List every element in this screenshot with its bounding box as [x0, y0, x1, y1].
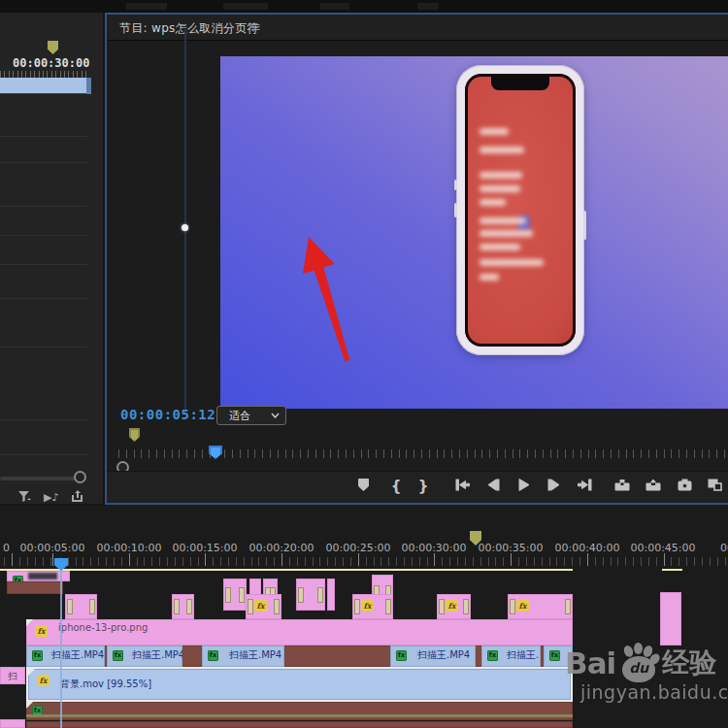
track-divider	[0, 136, 87, 137]
fx-badge-yellow: fx	[361, 600, 374, 612]
playhead-line[interactable]	[60, 558, 62, 728]
phone-button	[454, 180, 457, 190]
program-monitor-header[interactable]: 节目: wps怎么取消分页符 ≡	[107, 15, 728, 41]
baidu-paw-icon: du	[617, 643, 660, 683]
left-scrollbar[interactable]	[0, 477, 85, 480]
transport-bar: { }	[107, 471, 728, 503]
mark-out-button[interactable]: }	[412, 478, 435, 497]
phone-notch	[491, 77, 549, 90]
lift-button[interactable]	[611, 478, 634, 497]
export-frame-button[interactable]	[673, 478, 696, 497]
clip-label: 扫	[8, 670, 17, 683]
phone-screen	[465, 74, 576, 347]
clip-small-1[interactable]	[223, 579, 247, 611]
watermark-url: jingyan.baidu.com	[580, 681, 728, 703]
clip-v2-4[interactable]: fx	[352, 594, 393, 619]
phone-button	[583, 211, 586, 240]
go-to-in-button[interactable]	[450, 478, 474, 497]
fx-badge-yellow: fx	[37, 675, 50, 686]
clip-label: 扫描王.	[507, 648, 539, 662]
left-mini-clip[interactable]	[0, 78, 91, 94]
clip-small-5[interactable]	[327, 579, 335, 611]
clip-v2-2[interactable]	[172, 594, 194, 619]
step-back-button[interactable]	[481, 478, 505, 497]
program-video-frame	[220, 56, 728, 409]
play-audio-icon[interactable]: ▶♪	[44, 491, 58, 504]
phone-blurred-text-line	[480, 230, 533, 237]
clip-label: 扫描王.MP4	[132, 648, 182, 662]
step-forward-button[interactable]	[543, 478, 566, 497]
filter-icon[interactable]	[17, 488, 32, 504]
left-panel-timecode: 00:00:30:00	[13, 56, 89, 70]
clip-graphic-top-audio[interactable]	[7, 581, 63, 594]
fx-badge-green: fx	[549, 650, 560, 661]
watermark-bai: Bai	[565, 645, 615, 680]
sequence-marker-icon[interactable]	[48, 41, 58, 54]
clip-scan-4[interactable]: fx扫描王.MP4	[390, 645, 476, 667]
tab-ghost	[223, 3, 268, 10]
panel-menu-icon[interactable]: ≡	[250, 19, 261, 34]
clip-scan-5[interactable]: fx扫描王.	[481, 645, 541, 667]
panel-splitter-handle[interactable]	[182, 224, 188, 231]
mark-in-button[interactable]: {	[384, 478, 408, 497]
fx-badge-yellow: fx	[254, 600, 267, 612]
clip-scan-left-cut[interactable]: 扫	[0, 667, 25, 684]
clip-v2-3[interactable]: fx	[246, 594, 281, 619]
fx-badge-green: fx	[113, 650, 123, 661]
go-to-out-button[interactable]	[573, 478, 596, 497]
extract-button[interactable]	[642, 478, 665, 497]
clip-label: iphone-13-pro.png	[58, 622, 148, 633]
phone-blurred-text-line	[480, 274, 499, 281]
play-button[interactable]	[512, 478, 535, 497]
fx-badge-green: fx	[487, 650, 498, 661]
export-icon[interactable]	[70, 488, 84, 504]
clip-scan-3[interactable]: fx扫描王.MP4	[202, 645, 284, 667]
baidu-watermark: Bai du 经验 jingyan.baidu.com	[565, 643, 728, 703]
track-divider	[0, 419, 87, 420]
track-divider	[0, 264, 87, 265]
phone-blurred-text-line	[480, 259, 544, 266]
tab-ghost	[320, 3, 349, 10]
track-divider	[0, 206, 87, 207]
clip-audio-1[interactable]: fx	[26, 702, 573, 720]
clip-v2-6[interactable]: fx	[508, 594, 573, 619]
left-scrollbar-knob[interactable]	[74, 471, 86, 483]
phone-blurred-text-line	[480, 244, 520, 250]
phone-blurred-text-line	[480, 199, 506, 206]
phone-blurred-text-line	[480, 172, 522, 179]
clip-iphone-png[interactable]: fxiphone-13-pro.png	[26, 619, 573, 645]
clip-v2-1[interactable]	[65, 594, 97, 619]
clip-audio-2[interactable]	[26, 721, 573, 728]
program-monitor-panel: 节目: wps怎么取消分页符 ≡ 00:00:05:12 适合	[105, 13, 728, 505]
watermark-jingyan: 经验	[662, 645, 716, 681]
clip-label: 背景.mov [99.55%]	[60, 678, 151, 691]
clip-scan-2[interactable]: fx扫描王.MP4	[107, 645, 182, 667]
clip-v2-right[interactable]	[660, 592, 681, 645]
phone-blurred-text-line	[480, 147, 524, 153]
clip-small-4[interactable]	[296, 579, 325, 611]
comparison-view-button[interactable]	[703, 478, 726, 497]
clip-v2-5[interactable]: fx	[437, 594, 471, 619]
fx-badge-green: fx	[208, 650, 218, 661]
track-divider	[0, 454, 87, 455]
top-cutoff-strip	[0, 0, 728, 13]
program-timecode[interactable]: 00:00:05:12	[120, 407, 215, 422]
left-mini-ruler[interactable]	[0, 71, 87, 78]
tab-ghost	[126, 3, 167, 10]
iphone-mockup	[456, 65, 584, 355]
zoom-level-select[interactable]: 适合	[216, 406, 286, 425]
clip-background-mov[interactable]: fx背景.mov [99.55%]	[26, 667, 573, 702]
track-divider	[0, 235, 87, 236]
phone-blurred-text-line	[480, 217, 526, 224]
clip-label: 扫描王.MP4	[417, 648, 470, 662]
track-divider	[0, 298, 87, 299]
clip-audio-left-cut[interactable]	[0, 719, 25, 728]
track-divider	[0, 162, 87, 163]
phone-blurred-text-line	[480, 128, 509, 135]
fx-badge-yellow: fx	[446, 600, 458, 612]
monitor-marker-icon[interactable]	[129, 428, 140, 442]
add-marker-button[interactable]	[351, 478, 375, 497]
clip-scan-1[interactable]: fx扫描王.MP4	[26, 645, 105, 667]
audio-waveform-line	[26, 714, 573, 717]
panel-splitter[interactable]	[184, 29, 186, 410]
